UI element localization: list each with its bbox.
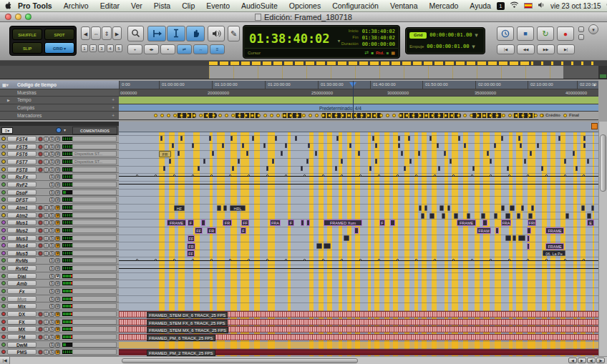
clip-fr[interactable]: FR (187, 243, 195, 250)
track-row-fst4[interactable]: FST4ISM (0, 135, 119, 143)
solo-button[interactable]: S (49, 343, 54, 348)
solo-button[interactable]: S (49, 281, 54, 286)
zoom-preset-2[interactable]: 2 (89, 44, 97, 52)
track-name[interactable]: FX (7, 319, 37, 325)
track-comment[interactable] (72, 182, 117, 187)
automation-breakpoint[interactable] (192, 259, 194, 261)
automation-breakpoint[interactable] (452, 259, 455, 261)
menu-editar[interactable]: Editar (94, 1, 125, 10)
track-comment[interactable] (72, 265, 117, 271)
marker-dot[interactable] (315, 114, 319, 117)
marker-dot[interactable] (180, 114, 183, 117)
clip-fri[interactable]: FRI (528, 220, 536, 226)
mute-button[interactable]: M (55, 258, 60, 263)
small-clip[interactable] (160, 136, 162, 141)
clip[interactable] (306, 220, 310, 226)
marker-dot[interactable] (360, 114, 364, 117)
small-clip[interactable] (341, 159, 343, 164)
input-monitor-button[interactable]: I (44, 236, 49, 241)
small-clip[interactable] (212, 151, 214, 156)
marker-dot[interactable] (160, 114, 164, 117)
track-row-dx[interactable]: DXISM (0, 310, 119, 318)
automation-breakpoint[interactable] (397, 259, 399, 261)
small-clip[interactable] (530, 151, 532, 156)
marker-dot[interactable] (199, 114, 203, 117)
track-row-mus[interactable]: MusSM (0, 295, 119, 302)
automation-line[interactable] (119, 184, 598, 185)
zoom-vertical-button[interactable]: ⇕ (102, 26, 112, 40)
automation-breakpoint[interactable] (508, 259, 510, 261)
record-enable-button[interactable] (38, 152, 43, 157)
clip-fr[interactable]: FR (207, 227, 216, 234)
mute-button[interactable]: M (55, 137, 60, 142)
menu-archivo[interactable]: Archivo (58, 1, 94, 10)
clip-frame[interactable]: FRAME (167, 220, 186, 226)
automation-breakpoint[interactable] (341, 259, 343, 261)
small-clip[interactable] (487, 151, 489, 156)
mute-button[interactable]: M (55, 144, 60, 149)
small-clip[interactable] (242, 143, 244, 148)
small-clip[interactable] (266, 166, 268, 171)
track-comment[interactable] (72, 197, 117, 202)
main-counter-panel[interactable]: 01:38:40:02 ▾ Inicio01:38:40:02 Fin01:38… (243, 25, 400, 59)
small-clip[interactable] (398, 143, 400, 148)
input-monitor-button[interactable]: I (44, 144, 49, 149)
track-comment[interactable] (72, 250, 117, 256)
zoom-preset-3[interactable]: 3 (98, 44, 105, 52)
record-enable-button[interactable] (38, 159, 43, 164)
track-name[interactable]: DwM (7, 342, 37, 348)
mute-button[interactable]: M (55, 320, 60, 325)
mute-button[interactable]: M (55, 312, 60, 317)
toolbar-options-button[interactable]: ▾ (588, 24, 598, 34)
clip[interactable] (518, 235, 525, 241)
automation-breakpoint[interactable] (322, 259, 324, 261)
clip[interactable] (527, 227, 531, 234)
mode-shuffle-button[interactable]: SHUFFLE (12, 29, 42, 40)
track-comment[interactable] (72, 190, 117, 195)
track-comment[interactable] (72, 212, 117, 218)
clip[interactable] (482, 220, 487, 226)
stem-clip[interactable]: FRAMED_PM_6 TRACK_25 FPS (119, 334, 598, 340)
track-name[interactable]: DspF (7, 190, 37, 195)
automation-breakpoint[interactable] (378, 174, 380, 177)
small-clip[interactable] (232, 166, 234, 171)
clip-ff[interactable]: FF (187, 250, 195, 257)
record-enable-button[interactable] (38, 320, 43, 325)
input-monitor-button[interactable]: I (44, 251, 49, 256)
record-enable-button[interactable] (38, 327, 43, 332)
automation-breakpoint[interactable] (192, 174, 194, 177)
track-header-caret-icon[interactable]: ▾ (64, 127, 66, 132)
marker-dot[interactable] (334, 114, 338, 117)
marker-dot[interactable] (508, 114, 512, 117)
small-clip[interactable] (263, 143, 266, 148)
track-name[interactable]: Mus2 (7, 227, 37, 233)
small-clip[interactable] (501, 136, 503, 141)
small-clip[interactable] (408, 136, 410, 141)
track-name[interactable]: MX (7, 326, 37, 332)
small-clip[interactable] (203, 159, 205, 164)
marker-dot[interactable] (540, 114, 543, 117)
small-clip[interactable] (583, 143, 586, 148)
clip-hrl[interactable]: HRL (230, 205, 246, 211)
ruler-label-marcadores[interactable]: Marcadores+ (0, 112, 119, 120)
marker-label[interactable]: Crédito (545, 113, 560, 117)
mode-slip-button[interactable]: SLIP (12, 42, 42, 54)
clip[interactable] (324, 243, 331, 249)
track-name[interactable]: Mus (7, 296, 37, 302)
vertical-scroll-thumb[interactable] (600, 134, 606, 192)
automation-line[interactable] (119, 268, 598, 269)
marker-dot[interactable] (412, 114, 415, 117)
marker-dot[interactable] (302, 114, 306, 117)
ruler-values-0[interactable]: 0:0001:00:00:0001:10:00:0001:20:00:0001:… (119, 81, 598, 89)
marker-dot[interactable] (309, 114, 312, 117)
small-clip[interactable] (222, 143, 224, 148)
marker-dot[interactable] (463, 114, 467, 117)
track-comment[interactable] (72, 205, 117, 210)
track-comment[interactable] (72, 235, 117, 241)
automation-breakpoint[interactable] (248, 259, 250, 261)
small-clip[interactable] (401, 151, 403, 156)
automation-breakpoint[interactable] (545, 259, 548, 261)
track-name[interactable]: Mus3 (7, 235, 37, 241)
ruler-label-muestras[interactable]: Muestras (0, 89, 119, 97)
clip[interactable] (419, 205, 422, 211)
